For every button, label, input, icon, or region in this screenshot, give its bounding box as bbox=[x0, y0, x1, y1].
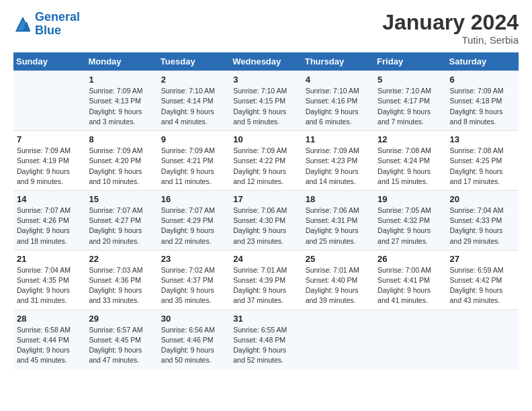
day-number: 14 bbox=[17, 194, 83, 204]
day-info: Sunrise: 7:09 AMSunset: 4:13 PMDaylight:… bbox=[89, 86, 154, 127]
day-info: Sunrise: 7:03 AMSunset: 4:36 PMDaylight:… bbox=[89, 265, 154, 306]
day-number: 27 bbox=[450, 254, 516, 264]
calendar-cell: 19Sunrise: 7:05 AMSunset: 4:32 PMDayligh… bbox=[374, 190, 446, 250]
calendar-cell: 14Sunrise: 7:07 AMSunset: 4:26 PMDayligh… bbox=[13, 190, 85, 250]
day-info: Sunrise: 7:08 AMSunset: 4:24 PMDaylight:… bbox=[378, 146, 443, 187]
day-number: 29 bbox=[89, 314, 154, 324]
calendar-cell: 29Sunrise: 6:57 AMSunset: 4:45 PMDayligh… bbox=[85, 310, 157, 369]
day-number: 1 bbox=[89, 75, 154, 85]
calendar-cell: 15Sunrise: 7:07 AMSunset: 4:27 PMDayligh… bbox=[85, 190, 157, 250]
day-info: Sunrise: 6:57 AMSunset: 4:45 PMDaylight:… bbox=[89, 325, 154, 366]
day-info: Sunrise: 7:07 AMSunset: 4:26 PMDaylight:… bbox=[17, 205, 83, 246]
day-info: Sunrise: 7:04 AMSunset: 4:33 PMDaylight:… bbox=[450, 205, 516, 246]
week-row-3: 14Sunrise: 7:07 AMSunset: 4:26 PMDayligh… bbox=[13, 190, 519, 250]
day-info: Sunrise: 7:07 AMSunset: 4:29 PMDaylight:… bbox=[161, 205, 227, 246]
day-info: Sunrise: 6:58 AMSunset: 4:44 PMDaylight:… bbox=[17, 325, 83, 366]
calendar-cell bbox=[374, 310, 446, 369]
day-info: Sunrise: 7:10 AMSunset: 4:17 PMDaylight:… bbox=[378, 86, 443, 127]
day-info: Sunrise: 7:02 AMSunset: 4:37 PMDaylight:… bbox=[161, 265, 227, 306]
page: General Blue January 2024 Tutin, Serbia … bbox=[0, 0, 532, 411]
day-info: Sunrise: 7:08 AMSunset: 4:25 PMDaylight:… bbox=[450, 146, 516, 187]
day-number: 3 bbox=[233, 75, 299, 85]
calendar-cell: 30Sunrise: 6:56 AMSunset: 4:46 PMDayligh… bbox=[158, 310, 230, 369]
day-info: Sunrise: 7:06 AMSunset: 4:30 PMDaylight:… bbox=[233, 205, 299, 246]
week-row-4: 21Sunrise: 7:04 AMSunset: 4:35 PMDayligh… bbox=[13, 250, 519, 310]
weekday-thursday: Thursday bbox=[302, 52, 374, 71]
day-number: 10 bbox=[233, 134, 299, 144]
weekday-sunday: Sunday bbox=[13, 52, 85, 71]
calendar-cell: 4Sunrise: 7:10 AMSunset: 4:16 PMDaylight… bbox=[302, 71, 374, 131]
day-info: Sunrise: 7:09 AMSunset: 4:18 PMDaylight:… bbox=[450, 86, 516, 127]
day-number: 11 bbox=[306, 134, 371, 144]
calendar-cell: 12Sunrise: 7:08 AMSunset: 4:24 PMDayligh… bbox=[374, 131, 446, 191]
day-number: 22 bbox=[89, 254, 154, 264]
day-info: Sunrise: 7:07 AMSunset: 4:27 PMDaylight:… bbox=[89, 205, 154, 246]
calendar-cell: 13Sunrise: 7:08 AMSunset: 4:25 PMDayligh… bbox=[447, 131, 519, 191]
calendar-cell: 21Sunrise: 7:04 AMSunset: 4:35 PMDayligh… bbox=[13, 250, 85, 310]
calendar-cell: 18Sunrise: 7:06 AMSunset: 4:31 PMDayligh… bbox=[302, 190, 374, 250]
week-row-1: 1Sunrise: 7:09 AMSunset: 4:13 PMDaylight… bbox=[13, 71, 519, 131]
day-info: Sunrise: 7:01 AMSunset: 4:39 PMDaylight:… bbox=[233, 265, 299, 306]
calendar-cell: 24Sunrise: 7:01 AMSunset: 4:39 PMDayligh… bbox=[230, 250, 302, 310]
calendar-cell bbox=[13, 71, 85, 131]
title-block: January 2024 Tutin, Serbia bbox=[382, 11, 519, 46]
location: Tutin, Serbia bbox=[382, 34, 519, 46]
day-number: 9 bbox=[161, 134, 227, 144]
day-info: Sunrise: 7:09 AMSunset: 4:19 PMDaylight:… bbox=[17, 146, 83, 187]
day-number: 20 bbox=[450, 194, 516, 204]
calendar-cell bbox=[447, 310, 519, 369]
weekday-saturday: Saturday bbox=[447, 52, 519, 71]
day-number: 26 bbox=[378, 254, 443, 264]
day-number: 16 bbox=[161, 194, 227, 204]
calendar-cell: 17Sunrise: 7:06 AMSunset: 4:30 PMDayligh… bbox=[230, 190, 302, 250]
logo-icon bbox=[13, 15, 32, 34]
day-info: Sunrise: 7:10 AMSunset: 4:16 PMDaylight:… bbox=[306, 86, 371, 127]
logo-text: General Blue bbox=[35, 11, 80, 38]
calendar-cell: 31Sunrise: 6:55 AMSunset: 4:48 PMDayligh… bbox=[230, 310, 302, 369]
day-info: Sunrise: 7:09 AMSunset: 4:23 PMDaylight:… bbox=[306, 146, 371, 187]
day-info: Sunrise: 7:10 AMSunset: 4:15 PMDaylight:… bbox=[233, 86, 299, 127]
calendar-cell: 23Sunrise: 7:02 AMSunset: 4:37 PMDayligh… bbox=[158, 250, 230, 310]
day-info: Sunrise: 7:06 AMSunset: 4:31 PMDaylight:… bbox=[306, 205, 371, 246]
day-info: Sunrise: 7:04 AMSunset: 4:35 PMDaylight:… bbox=[17, 265, 83, 306]
weekday-wednesday: Wednesday bbox=[230, 52, 302, 71]
day-number: 24 bbox=[233, 254, 299, 264]
day-number: 23 bbox=[161, 254, 227, 264]
day-info: Sunrise: 7:09 AMSunset: 4:20 PMDaylight:… bbox=[89, 146, 154, 187]
weekday-tuesday: Tuesday bbox=[158, 52, 230, 71]
logo-blue: Blue bbox=[35, 24, 61, 37]
day-number: 2 bbox=[161, 75, 227, 85]
weekday-friday: Friday bbox=[374, 52, 446, 71]
day-number: 18 bbox=[306, 194, 371, 204]
calendar-cell: 22Sunrise: 7:03 AMSunset: 4:36 PMDayligh… bbox=[85, 250, 157, 310]
day-number: 6 bbox=[450, 75, 516, 85]
calendar-cell: 3Sunrise: 7:10 AMSunset: 4:15 PMDaylight… bbox=[230, 71, 302, 131]
day-number: 31 bbox=[233, 314, 299, 324]
calendar-cell: 7Sunrise: 7:09 AMSunset: 4:19 PMDaylight… bbox=[13, 131, 85, 191]
header: General Blue January 2024 Tutin, Serbia bbox=[13, 11, 519, 46]
calendar-cell: 1Sunrise: 7:09 AMSunset: 4:13 PMDaylight… bbox=[85, 71, 157, 131]
calendar-cell: 6Sunrise: 7:09 AMSunset: 4:18 PMDaylight… bbox=[447, 71, 519, 131]
day-number: 12 bbox=[378, 134, 443, 144]
day-number: 5 bbox=[378, 75, 443, 85]
day-info: Sunrise: 6:56 AMSunset: 4:46 PMDaylight:… bbox=[161, 325, 227, 366]
day-number: 19 bbox=[378, 194, 443, 204]
weekday-header-row: SundayMondayTuesdayWednesdayThursdayFrid… bbox=[13, 52, 519, 71]
calendar-cell: 28Sunrise: 6:58 AMSunset: 4:44 PMDayligh… bbox=[13, 310, 85, 369]
calendar-cell: 27Sunrise: 6:59 AMSunset: 4:42 PMDayligh… bbox=[447, 250, 519, 310]
calendar-cell: 20Sunrise: 7:04 AMSunset: 4:33 PMDayligh… bbox=[447, 190, 519, 250]
week-row-5: 28Sunrise: 6:58 AMSunset: 4:44 PMDayligh… bbox=[13, 310, 519, 369]
day-number: 7 bbox=[17, 134, 83, 144]
calendar-cell bbox=[302, 310, 374, 369]
weekday-monday: Monday bbox=[85, 52, 157, 71]
calendar-cell: 10Sunrise: 7:09 AMSunset: 4:22 PMDayligh… bbox=[230, 131, 302, 191]
calendar-cell: 5Sunrise: 7:10 AMSunset: 4:17 PMDaylight… bbox=[374, 71, 446, 131]
calendar-cell: 26Sunrise: 7:00 AMSunset: 4:41 PMDayligh… bbox=[374, 250, 446, 310]
day-info: Sunrise: 7:09 AMSunset: 4:22 PMDaylight:… bbox=[233, 146, 299, 187]
day-info: Sunrise: 6:59 AMSunset: 4:42 PMDaylight:… bbox=[450, 265, 516, 306]
day-number: 28 bbox=[17, 314, 83, 324]
logo: General Blue bbox=[13, 11, 80, 38]
day-number: 17 bbox=[233, 194, 299, 204]
day-number: 4 bbox=[306, 75, 371, 85]
day-number: 8 bbox=[89, 134, 154, 144]
